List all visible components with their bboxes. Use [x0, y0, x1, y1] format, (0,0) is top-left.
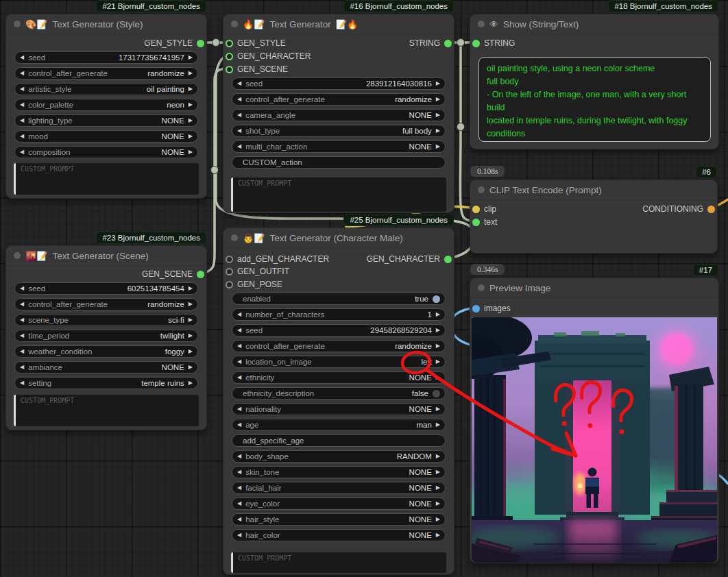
reroute-dot[interactable] [211, 167, 219, 174]
node-title-bar[interactable]: Preview Image [470, 278, 718, 298]
shown-string-output[interactable]: oil painting style, using a neon color s… [478, 57, 711, 142]
decrement-arrow-icon[interactable]: ◀ [237, 144, 241, 149]
decrement-arrow-icon[interactable]: ◀ [20, 149, 24, 155]
decrement-arrow-icon[interactable]: ◀ [237, 97, 241, 102]
decrement-arrow-icon[interactable]: ◀ [20, 365, 24, 370]
increment-arrow-icon[interactable]: ▶ [189, 317, 193, 323]
increment-arrow-icon[interactable]: ▶ [189, 102, 193, 108]
node-show-string-text[interactable]: #18 Bjornulf_custom_nodes 👁 Show (String… [470, 14, 719, 149]
widget-control_after_generate[interactable]: ◀control_after_generaterandomize▶ [14, 298, 198, 310]
widget-mood[interactable]: ◀moodNONE▶ [14, 130, 198, 143]
collapse-dot[interactable] [478, 186, 485, 193]
widget-multi_char_action[interactable]: ◀multi_char_actionNONE▶ [232, 140, 446, 153]
increment-arrow-icon[interactable]: ▶ [189, 349, 193, 354]
increment-arrow-icon[interactable]: ▶ [436, 501, 440, 506]
widget-nationality[interactable]: ◀nationalityNONE▶ [232, 403, 446, 415]
input-slot-gen-character[interactable]: GEN_CHARACTER [226, 50, 311, 62]
decrement-arrow-icon[interactable]: ◀ [20, 333, 24, 339]
decrement-arrow-icon[interactable]: ◀ [237, 501, 241, 506]
node-title-bar[interactable]: 🌇📝 Text Generator (Scene) [6, 246, 206, 266]
increment-arrow-icon[interactable]: ▶ [436, 469, 440, 475]
custom-prompt-textarea[interactable]: CUSTOM_PROMPT [231, 177, 446, 212]
widget-ethnicity_description[interactable]: ethnicity_descriptionfalse [232, 387, 446, 400]
widget-lighting_type[interactable]: ◀lighting_typeNONE▶ [14, 114, 198, 127]
node-text-generator-style[interactable]: #21 Bjornulf_custom_nodes 🎨📝 Text Genera… [5, 14, 207, 199]
increment-arrow-icon[interactable]: ▶ [436, 485, 440, 491]
node-title-bar[interactable]: 🔥📝 Text Generator 📝🔥 [223, 14, 454, 34]
widget-color_palette[interactable]: ◀color_paletteneon▶ [14, 99, 198, 111]
widget-seed[interactable]: ◀seed283912164030816▶ [232, 77, 446, 90]
increment-arrow-icon[interactable]: ▶ [189, 118, 193, 123]
input-slot-gen-scene[interactable]: GEN_SCENE [226, 63, 288, 75]
decrement-arrow-icon[interactable]: ◀ [237, 532, 241, 538]
increment-arrow-icon[interactable]: ▶ [189, 134, 193, 139]
decrement-arrow-icon[interactable]: ◀ [237, 375, 241, 380]
output-slot-string[interactable]: STRING [409, 37, 452, 49]
increment-arrow-icon[interactable]: ▶ [436, 328, 440, 333]
input-pin[interactable] [472, 206, 480, 213]
decrement-arrow-icon[interactable]: ◀ [237, 81, 241, 86]
decrement-arrow-icon[interactable]: ◀ [20, 86, 24, 92]
input-slot-images[interactable]: images [472, 302, 511, 315]
decrement-arrow-icon[interactable]: ◀ [20, 134, 24, 139]
node-title-bar[interactable]: 👨📝 Text Generator (Character Male) [223, 228, 454, 248]
decrement-arrow-icon[interactable]: ◀ [20, 380, 24, 386]
input-slot-gen-outfit[interactable]: GEN_OUTFIT [226, 265, 289, 278]
custom-prompt-textarea[interactable]: CUSTOM_PROMPT [231, 552, 446, 573]
increment-arrow-icon[interactable]: ▶ [436, 375, 440, 380]
collapse-dot[interactable] [231, 21, 238, 27]
widget-CUSTOM_action[interactable]: CUSTOM_action [232, 156, 446, 169]
collapse-dot[interactable] [231, 234, 238, 241]
decrement-arrow-icon[interactable]: ◀ [20, 102, 24, 108]
decrement-arrow-icon[interactable]: ◀ [20, 317, 24, 323]
widget-control_after_generate[interactable]: ◀control_after_generaterandomize▶ [232, 93, 446, 106]
node-preview-image[interactable]: 0.346s #17 Preview Image images [470, 278, 719, 563]
decrement-arrow-icon[interactable]: ◀ [237, 312, 241, 317]
decrement-arrow-icon[interactable]: ◀ [237, 406, 241, 412]
decrement-arrow-icon[interactable]: ◀ [237, 485, 241, 491]
decrement-arrow-icon[interactable]: ◀ [20, 349, 24, 354]
decrement-arrow-icon[interactable]: ◀ [237, 328, 241, 333]
output-slot-gen-character[interactable]: GEN_CHARACTER [367, 253, 452, 265]
widget-control_after_generate[interactable]: ◀control_after_generaterandomize▶ [232, 340, 446, 352]
increment-arrow-icon[interactable]: ▶ [436, 517, 440, 522]
output-slot-gen-style[interactable]: GEN_STYLE [144, 37, 204, 49]
input-pin[interactable] [226, 256, 233, 263]
decrement-arrow-icon[interactable]: ◀ [20, 71, 24, 76]
widget-seed[interactable]: ◀seed6025134785454▶ [14, 282, 198, 295]
widget-body_shape[interactable]: ◀body_shapeRANDOM▶ [232, 450, 446, 463]
collapse-dot[interactable] [478, 284, 485, 291]
collapse-dot[interactable] [14, 21, 21, 27]
node-text-generator[interactable]: #16 Bjornulf_custom_nodes 🔥📝 Text Genera… [223, 14, 454, 213]
collapse-dot[interactable] [14, 252, 21, 259]
input-pin[interactable] [226, 268, 233, 275]
widget-add_specific_age[interactable]: add_specific_age [232, 434, 446, 447]
increment-arrow-icon[interactable]: ▶ [189, 333, 193, 339]
widget-scene_type[interactable]: ◀scene_typesci-fi▶ [14, 314, 198, 326]
increment-arrow-icon[interactable]: ▶ [436, 312, 440, 317]
custom-prompt-textarea[interactable]: CUSTOM_PROMPT [14, 163, 199, 195]
input-slot-clip[interactable]: clip [472, 203, 496, 215]
widget-weather_condition[interactable]: ◀weather_conditionfoggy▶ [14, 345, 198, 358]
input-pin[interactable] [472, 40, 480, 47]
output-pin[interactable] [197, 271, 204, 278]
output-slot-gen-scene[interactable]: GEN_SCENE [142, 268, 204, 280]
input-pin[interactable] [472, 219, 480, 226]
output-pin[interactable] [444, 256, 452, 263]
decrement-arrow-icon[interactable]: ◀ [20, 302, 24, 307]
widget-control_after_generate[interactable]: ◀control_after_generaterandomize▶ [14, 67, 198, 79]
decrement-arrow-icon[interactable]: ◀ [237, 469, 241, 475]
widget-artistic_style[interactable]: ◀artistic_styleoil painting▶ [14, 83, 198, 95]
output-pin[interactable] [444, 40, 452, 47]
input-pin[interactable] [226, 281, 233, 288]
input-slot-add-gen-character[interactable]: add_GEN_CHARACTER [226, 253, 329, 265]
output-pin[interactable] [197, 40, 204, 47]
decrement-arrow-icon[interactable]: ◀ [237, 128, 241, 134]
increment-arrow-icon[interactable]: ▶ [436, 112, 440, 118]
node-title-bar[interactable]: CLIP Text Encode (Prompt) [470, 180, 717, 200]
increment-arrow-icon[interactable]: ▶ [436, 81, 440, 86]
increment-arrow-icon[interactable]: ▶ [189, 380, 193, 386]
input-pin[interactable] [226, 53, 233, 60]
widget-enabled[interactable]: enabledtrue [232, 293, 446, 305]
input-pin[interactable] [472, 305, 480, 312]
